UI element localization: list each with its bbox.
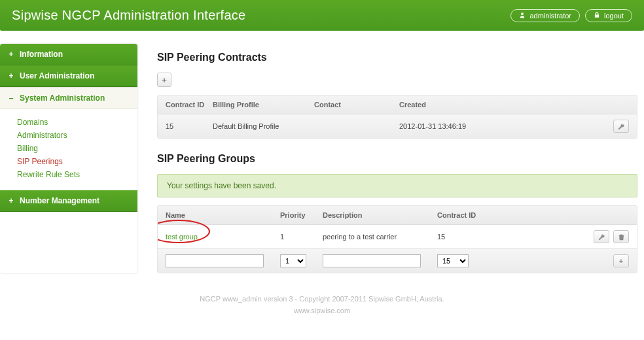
subnav-sip-peerings[interactable]: SIP Peerings — [17, 155, 137, 168]
group-description: peering to a test carrier — [323, 233, 437, 241]
lock-icon — [594, 12, 600, 20]
groups-heading: SIP Peering Groups — [157, 153, 637, 165]
group-priority-select[interactable]: 1 — [280, 254, 306, 267]
group-contract-id: 15 — [437, 233, 583, 241]
group-priority: 1 — [280, 233, 323, 241]
logout-label: logout — [604, 12, 624, 20]
app-header: Sipwise NGCP Administration Interface ad… — [0, 0, 644, 31]
user-label: administrator — [529, 12, 571, 20]
logout-button[interactable]: logout — [585, 9, 632, 22]
plus-icon: + — [8, 196, 14, 205]
footer-line1: NGCP www_admin version 3 - Copyright 200… — [0, 293, 644, 305]
group-description-input[interactable] — [323, 254, 421, 267]
user-pill[interactable]: administrator — [510, 9, 580, 22]
delete-group-button[interactable] — [613, 230, 629, 243]
add-contract-button[interactable]: + — [157, 73, 171, 87]
nav-information[interactable]: + Information — [0, 44, 137, 65]
nav-label: User Administration — [20, 71, 94, 80]
nav-user-administration[interactable]: + User Administration — [0, 65, 137, 87]
subnav-billing[interactable]: Billing — [17, 142, 137, 155]
plus-icon: + — [8, 50, 14, 59]
group-name-input[interactable] — [166, 254, 264, 267]
col-contact: Contact — [314, 101, 399, 109]
wrench-icon — [598, 233, 605, 241]
edit-contract-button[interactable] — [613, 120, 629, 133]
nav-system-administration[interactable]: – System Administration — [0, 87, 137, 109]
col-contract-id: Contract ID — [166, 101, 213, 109]
col-created: Created — [399, 101, 590, 109]
contracts-table: Contract ID Billing Profile Contact Crea… — [157, 95, 637, 139]
col-billing-profile: Billing Profile — [213, 101, 314, 109]
content: SIP Peering Contracts + Contract ID Bill… — [157, 44, 644, 273]
minus-icon: – — [8, 94, 14, 103]
edit-group-button[interactable] — [594, 230, 609, 243]
wrench-icon — [618, 123, 625, 130]
contracts-header-row: Contract ID Billing Profile Contact Crea… — [158, 95, 637, 114]
contract-profile: Default Billing Profile — [213, 122, 314, 130]
trash-icon — [618, 233, 625, 241]
subnav-administrators[interactable]: Administrators — [17, 129, 137, 142]
success-alert: Your settings have been saved. — [157, 174, 637, 197]
contract-id: 15 — [166, 122, 213, 130]
footer: NGCP www_admin version 3 - Copyright 200… — [0, 280, 644, 330]
nav-label: System Administration — [20, 94, 105, 103]
contracts-heading: SIP Peering Contracts — [157, 52, 637, 63]
person-icon — [519, 12, 526, 20]
subnav-rewrite-rule-sets[interactable]: Rewrite Rule Sets — [17, 168, 137, 181]
subnav-domains[interactable]: Domains — [17, 116, 137, 129]
plus-icon: + — [8, 71, 14, 80]
groups-table: Name Priority Description Contract ID te… — [157, 205, 637, 273]
col-contract-id: Contract ID — [437, 211, 583, 219]
subnav: Domains Administrators Billing SIP Peeri… — [0, 109, 137, 190]
nav-label: Information — [20, 50, 63, 59]
contract-row: 15 Default Billing Profile 2012-01-31 13… — [158, 114, 637, 138]
col-name: Name — [166, 211, 280, 219]
add-group-button[interactable]: + — [613, 254, 629, 267]
plus-icon: + — [162, 75, 167, 85]
footer-line2: www.sipwise.com — [0, 305, 644, 316]
sidebar: + Information + User Administration – Sy… — [0, 44, 137, 273]
group-name-link[interactable]: test group — [166, 233, 280, 241]
contract-created: 2012-01-31 13:46:19 — [399, 122, 590, 130]
group-contract-select[interactable]: 15 — [437, 254, 469, 267]
col-priority: Priority — [280, 211, 323, 219]
group-row: test group 1 peering to a test carrier 1… — [158, 225, 637, 248]
plus-icon: + — [619, 257, 623, 265]
groups-header-row: Name Priority Description Contract ID — [158, 206, 637, 225]
app-title: Sipwise NGCP Administration Interface — [12, 8, 246, 23]
group-input-row: 1 15 + — [158, 248, 637, 273]
nav-number-management[interactable]: + Number Management — [0, 190, 137, 212]
nav-label: Number Management — [20, 196, 99, 205]
col-description: Description — [323, 211, 437, 219]
